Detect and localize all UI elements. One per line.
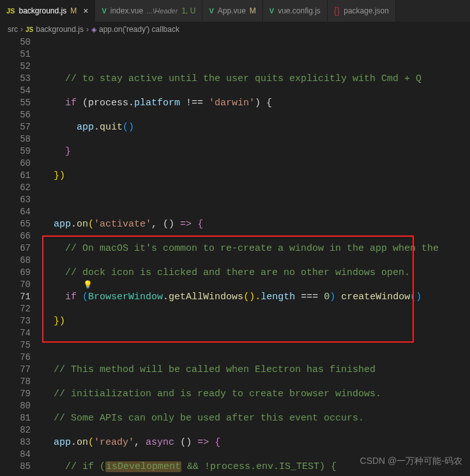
modified-badge: M (250, 6, 256, 15)
tab-label: index.vue (110, 6, 143, 15)
vue-icon: V (209, 7, 213, 15)
vue-icon: V (269, 7, 274, 15)
untracked-badge: 1, U (181, 6, 195, 15)
code-editor[interactable]: 5051525354555657585960616263646566676869… (0, 36, 470, 476)
chevron-right-icon: › (86, 25, 89, 34)
line-number-gutter: 5051525354555657585960616263646566676869… (0, 36, 42, 476)
js-icon: JS (26, 26, 33, 33)
tab-label: background.js (19, 6, 66, 15)
tab-app-vue[interactable]: V App.vue M (202, 0, 262, 22)
vue-icon: V (102, 7, 106, 15)
code-content[interactable]: 💡 // to stay active until the user quits… (42, 36, 470, 476)
json-icon: {} (334, 6, 340, 16)
tab-label: App.vue (218, 6, 246, 15)
close-icon[interactable]: × (83, 6, 88, 16)
lightbulb-icon[interactable]: 💡 (83, 279, 93, 292)
modified-badge: M (70, 6, 77, 15)
breadcrumb-src[interactable]: src (8, 25, 18, 34)
tab-vue-config[interactable]: V vue.config.js (263, 0, 328, 22)
js-icon: JS (6, 7, 15, 15)
tab-index-vue[interactable]: V index.vue ...\Header 1, U (95, 0, 202, 22)
breadcrumb-file[interactable]: background.js (36, 25, 84, 34)
tab-background-js[interactable]: JS background.js M × (0, 0, 95, 22)
watermark: CSDN @一万种可能-码农 (360, 456, 462, 467)
tab-label: vue.config.js (278, 6, 321, 15)
breadcrumb-symbol[interactable]: app.on('ready') callback (99, 25, 179, 34)
tab-label: package.json (344, 6, 389, 15)
tab-dim: ...\Header (147, 7, 178, 15)
tab-bar: JS background.js M × V index.vue ...\Hea… (0, 0, 470, 22)
tab-package-json[interactable]: {} package.json (328, 0, 396, 22)
chevron-right-icon: › (20, 25, 23, 34)
function-icon: ◈ (91, 26, 96, 34)
breadcrumb[interactable]: src › JS background.js › ◈ app.on('ready… (0, 22, 470, 36)
